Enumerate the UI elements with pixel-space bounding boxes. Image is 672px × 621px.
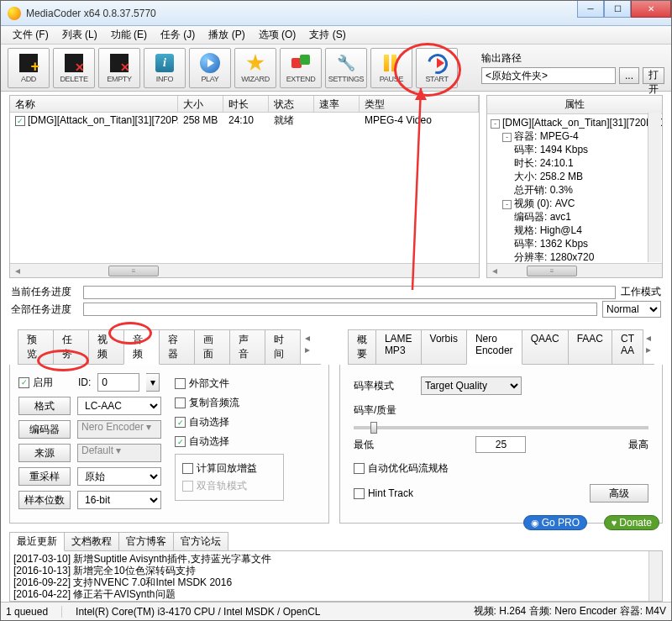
tab-forum[interactable]: 官方论坛 xyxy=(173,532,228,550)
resample-select[interactable]: 原始 xyxy=(77,467,161,486)
autoopt-checkbox[interactable]: 自动优化码流规格 xyxy=(354,461,449,476)
tab-audio[interactable]: 音频 xyxy=(123,329,160,365)
info-button[interactable]: iINFO xyxy=(144,48,186,88)
bits-button[interactable]: 样本位数 xyxy=(18,491,71,509)
menubar: 文件 (F) 列表 (L) 功能 (E) 任务 (J) 播放 (P) 选项 (O… xyxy=(1,26,671,45)
menu-support[interactable]: 支持 (S) xyxy=(302,25,352,45)
open-button[interactable]: 打开 xyxy=(643,67,664,84)
row-checkbox[interactable]: ✓ xyxy=(15,116,25,126)
donate-button[interactable]: ♥ Donate xyxy=(604,515,659,530)
col-rate[interactable]: 速率 xyxy=(314,96,360,112)
log-scrollbar[interactable] xyxy=(648,551,662,601)
workmode-select[interactable]: Normal xyxy=(602,301,661,318)
col-type[interactable]: 类型 xyxy=(360,96,479,112)
col-size[interactable]: 大小 xyxy=(178,96,223,112)
gain-checkbox[interactable]: 计算回放增益 xyxy=(182,461,257,476)
tab-blog[interactable]: 官方博客 xyxy=(118,532,174,550)
tab-container[interactable]: 容器 xyxy=(159,329,195,364)
empty-icon xyxy=(110,54,129,72)
status-codec: 视频: H.264 音频: Nero Encoder 容器: M4V xyxy=(474,604,666,618)
format-select[interactable]: LC-AAC xyxy=(77,397,161,415)
id-input[interactable] xyxy=(97,373,139,392)
tab-sound[interactable]: 声音 xyxy=(229,329,265,364)
start-button[interactable]: START xyxy=(416,48,458,88)
auto1-checkbox[interactable]: 自动选择 xyxy=(175,415,229,429)
menu-func[interactable]: 功能 (E) xyxy=(104,25,154,45)
file-row[interactable]: ✓[DMG][Attack_on_Titan][31][720P... 258 … xyxy=(10,113,479,128)
bits-select[interactable]: 16-bit xyxy=(77,491,161,509)
tab-recent[interactable]: 最近更新 xyxy=(9,532,65,551)
menu-list[interactable]: 列表 (L) xyxy=(55,25,104,45)
titlebar: MediaCoder x64 0.8.37.5770 ─ ☐ ✕ xyxy=(1,1,671,26)
properties-panel: 属性 -[DMG][Attack_on_Titan][31][720P][GB … xyxy=(486,95,663,278)
minimize-button[interactable]: ─ xyxy=(577,1,604,18)
workmode-label: 工作模式 xyxy=(621,285,661,299)
format-button[interactable]: 格式 xyxy=(18,397,71,415)
all-progress-label: 全部任务进度 xyxy=(11,303,78,317)
tab-summary[interactable]: 概要 xyxy=(348,329,376,364)
props-tree[interactable]: -[DMG][Attack_on_Titan][31][720P][GB -容器… xyxy=(487,114,662,263)
advanced-button[interactable]: 高级 xyxy=(590,484,648,503)
tab-lame[interactable]: LAME MP3 xyxy=(375,329,422,364)
ext-checkbox[interactable]: 外部文件 xyxy=(175,376,229,391)
close-button[interactable]: ✕ xyxy=(631,1,671,18)
col-dur[interactable]: 时长 xyxy=(223,96,269,112)
menu-play[interactable]: 播放 (P) xyxy=(202,25,251,45)
auto2-checkbox[interactable]: 自动选择 xyxy=(175,434,229,449)
pause-button[interactable]: PAUSE xyxy=(370,48,412,88)
pause-icon xyxy=(384,55,399,71)
source-button[interactable]: 来源 xyxy=(18,444,71,462)
tab-nero[interactable]: Nero Encoder xyxy=(466,329,522,365)
tab-time[interactable]: 时间 xyxy=(265,329,301,364)
encoder-button[interactable]: 编码器 xyxy=(18,420,71,439)
tab-picture[interactable]: 画面 xyxy=(194,329,230,364)
wizard-button[interactable]: WIZARD xyxy=(234,48,276,88)
copy-checkbox[interactable]: 复制音频流 xyxy=(175,396,239,410)
empty-button[interactable]: EMPTY xyxy=(98,48,140,88)
extend-button[interactable]: EXTEND xyxy=(280,48,322,88)
browse-button[interactable]: ... xyxy=(619,67,639,84)
scroll-tabs[interactable]: ◂ ▸ xyxy=(300,329,321,364)
audio-panel: 启用 ID: ▾ 格式LC-AAC 编码器Nero Encoder ▾ 来源De… xyxy=(9,365,329,524)
star-icon xyxy=(246,54,265,72)
wrench-icon: 🔧 xyxy=(337,54,355,72)
menu-task[interactable]: 任务 (J) xyxy=(154,25,202,45)
tab-preview[interactable]: 预览 xyxy=(18,329,54,364)
app-icon xyxy=(8,7,21,20)
hscrollbar-props[interactable]: ◂≡ xyxy=(487,263,662,277)
tab-faac[interactable]: FAAC xyxy=(568,329,612,364)
mode-label: 码率模式 xyxy=(354,379,412,393)
scroll-tabs-r[interactable]: ◂ ▸ xyxy=(643,329,654,364)
delete-button[interactable]: DELETE xyxy=(53,48,95,88)
output-path-group: 输出路径 ... 打开 xyxy=(481,51,664,84)
log-area[interactable]: [2017-03-10] 新增Suptitle Avisynth插件,支持蓝光字… xyxy=(9,551,663,602)
quality-input[interactable] xyxy=(475,436,526,453)
gopro-button[interactable]: ◉ Go PRO xyxy=(523,515,587,530)
hscrollbar[interactable]: ◂≡ xyxy=(10,263,479,277)
enable-checkbox[interactable]: 启用 xyxy=(18,376,53,390)
tab-qaac[interactable]: QAAC xyxy=(522,329,569,364)
hint-checkbox[interactable]: Hint Track xyxy=(354,487,413,499)
output-path-input[interactable] xyxy=(481,67,616,84)
tab-vorbis[interactable]: Vorbis xyxy=(421,329,467,364)
tab-task[interactable]: 任务 xyxy=(53,329,89,364)
quality-slider[interactable] xyxy=(354,426,648,429)
puzzle-icon xyxy=(291,55,310,71)
play-button[interactable]: PLAY xyxy=(189,48,231,88)
menu-options[interactable]: 选项 (O) xyxy=(252,25,303,45)
resample-button[interactable]: 重采样 xyxy=(18,467,71,486)
maximize-button[interactable]: ☐ xyxy=(604,1,631,18)
tab-ctaa[interactable]: CT AA xyxy=(612,329,643,364)
vscrollbar[interactable] xyxy=(648,113,661,262)
delete-icon xyxy=(65,54,83,72)
props-title: 属性 xyxy=(487,96,662,114)
tab-video[interactable]: 视频 xyxy=(88,329,124,364)
menu-file[interactable]: 文件 (F) xyxy=(6,25,55,45)
file-list-header: 名称 大小 时长 状态 速率 类型 xyxy=(10,96,479,113)
add-button[interactable]: ADD xyxy=(8,48,50,88)
mode-select[interactable]: Target Quality xyxy=(421,376,522,395)
settings-button[interactable]: 🔧SETTINGS xyxy=(325,48,367,88)
tab-docs[interactable]: 文档教程 xyxy=(64,532,119,550)
col-state[interactable]: 状态 xyxy=(269,96,314,112)
col-name[interactable]: 名称 xyxy=(10,96,178,112)
